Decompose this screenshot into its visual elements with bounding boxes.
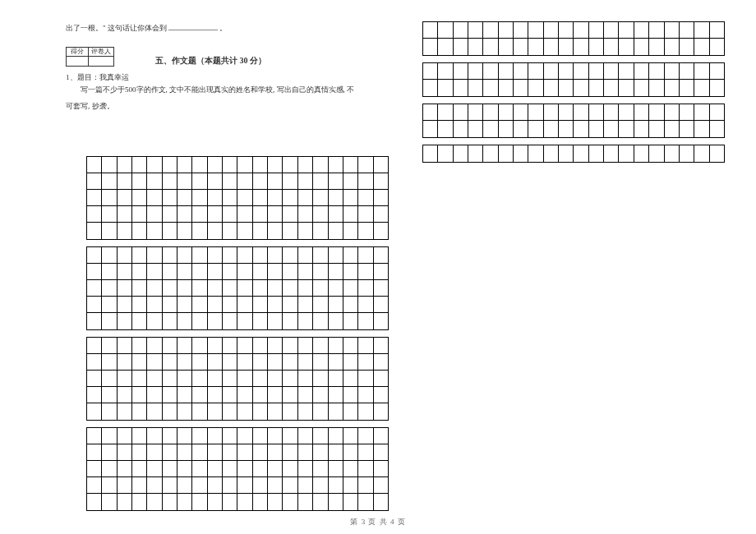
grid-cell[interactable] xyxy=(589,39,604,55)
grid-cell[interactable] xyxy=(665,145,680,162)
grid-cell[interactable] xyxy=(253,173,268,189)
grid-cell[interactable] xyxy=(118,297,132,312)
grid-cell[interactable] xyxy=(374,157,388,173)
grid-cell[interactable] xyxy=(313,494,328,510)
grid-cell[interactable] xyxy=(147,444,162,460)
grid-cell[interactable] xyxy=(559,121,574,137)
grid-cell[interactable] xyxy=(147,247,162,263)
grid-cell[interactable] xyxy=(163,403,177,420)
grid-cell[interactable] xyxy=(298,444,313,460)
grid-cell[interactable] xyxy=(298,280,313,296)
grid-cell[interactable] xyxy=(268,297,283,312)
grid-cell[interactable] xyxy=(514,63,528,79)
grid-cell[interactable] xyxy=(358,190,373,205)
grid-cell[interactable] xyxy=(163,264,177,279)
grid-cell[interactable] xyxy=(147,157,162,173)
grid-cell[interactable] xyxy=(665,63,680,79)
grid-cell[interactable] xyxy=(283,206,297,222)
grid-cell[interactable] xyxy=(132,264,147,279)
grid-cell[interactable] xyxy=(237,223,252,239)
grid-cell[interactable] xyxy=(192,206,207,222)
grid-cell[interactable] xyxy=(192,297,207,312)
grid-cell[interactable] xyxy=(87,157,102,173)
writing-grid-left-2[interactable] xyxy=(86,337,389,421)
grid-cell[interactable] xyxy=(223,280,237,296)
grid-cell[interactable] xyxy=(132,444,147,460)
grid-cell[interactable] xyxy=(192,477,207,493)
grid-cell[interactable] xyxy=(454,145,468,162)
grid-cell[interactable] xyxy=(313,403,328,420)
grid-cell[interactable] xyxy=(343,461,358,476)
grid-cell[interactable] xyxy=(147,477,162,493)
grid-cell[interactable] xyxy=(358,477,373,493)
grid-cell[interactable] xyxy=(374,223,388,239)
grid-cell[interactable] xyxy=(163,223,177,239)
grid-cell[interactable] xyxy=(649,104,664,120)
grid-cell[interactable] xyxy=(118,157,132,173)
grid-cell[interactable] xyxy=(298,157,313,173)
grid-cell[interactable] xyxy=(118,280,132,296)
grid-cell[interactable] xyxy=(438,104,453,120)
grid-cell[interactable] xyxy=(619,104,634,120)
grid-cell[interactable] xyxy=(313,313,328,329)
grid-cell[interactable] xyxy=(343,206,358,222)
grid-cell[interactable] xyxy=(118,264,132,279)
grid-cell[interactable] xyxy=(358,206,373,222)
grid-cell[interactable] xyxy=(283,371,297,386)
grid-cell[interactable] xyxy=(163,247,177,263)
grid-cell[interactable] xyxy=(438,145,453,162)
grid-cell[interactable] xyxy=(329,190,343,205)
grid-cell[interactable] xyxy=(468,63,483,79)
grid-cell[interactable] xyxy=(237,280,252,296)
grid-cell[interactable] xyxy=(147,371,162,386)
grid-cell[interactable] xyxy=(237,247,252,263)
grid-cell[interactable] xyxy=(163,428,177,444)
grid-cell[interactable] xyxy=(483,121,498,137)
grid-cell[interactable] xyxy=(132,247,147,263)
grid-cell[interactable] xyxy=(329,494,343,510)
grid-cell[interactable] xyxy=(87,223,102,239)
grid-cell[interactable] xyxy=(253,206,268,222)
grid-cell[interactable] xyxy=(343,223,358,239)
grid-cell[interactable] xyxy=(283,264,297,279)
grid-cell[interactable] xyxy=(454,121,468,137)
grid-cell[interactable] xyxy=(544,63,559,79)
grid-cell[interactable] xyxy=(132,338,147,353)
grid-cell[interactable] xyxy=(102,313,117,329)
grid-cell[interactable] xyxy=(253,223,268,239)
grid-cell[interactable] xyxy=(253,444,268,460)
grid-cell[interactable] xyxy=(102,264,117,279)
grid-cell[interactable] xyxy=(208,403,223,420)
grid-cell[interactable] xyxy=(147,206,162,222)
grid-cell[interactable] xyxy=(544,145,559,162)
grid-cell[interactable] xyxy=(87,428,102,444)
grid-cell[interactable] xyxy=(298,247,313,263)
grid-cell[interactable] xyxy=(208,297,223,312)
grid-cell[interactable] xyxy=(358,247,373,263)
grid-cell[interactable] xyxy=(499,121,514,137)
grid-cell[interactable] xyxy=(528,80,543,96)
grid-cell[interactable] xyxy=(132,206,147,222)
grid-cell[interactable] xyxy=(604,80,619,96)
grid-cell[interactable] xyxy=(223,338,237,353)
grid-cell[interactable] xyxy=(329,264,343,279)
grid-cell[interactable] xyxy=(343,371,358,386)
grid-cell[interactable] xyxy=(132,494,147,510)
grid-cell[interactable] xyxy=(374,387,388,403)
grid-cell[interactable] xyxy=(208,223,223,239)
grid-cell[interactable] xyxy=(358,157,373,173)
grid-cell[interactable] xyxy=(223,461,237,476)
grid-cell[interactable] xyxy=(343,354,358,370)
grid-cell[interactable] xyxy=(649,22,664,38)
grid-cell[interactable] xyxy=(710,104,724,120)
grid-cell[interactable] xyxy=(147,428,162,444)
grid-cell[interactable] xyxy=(358,264,373,279)
grid-cell[interactable] xyxy=(528,104,543,120)
grid-cell[interactable] xyxy=(163,157,177,173)
grid-cell[interactable] xyxy=(87,173,102,189)
grid-cell[interactable] xyxy=(423,145,438,162)
grid-cell[interactable] xyxy=(163,313,177,329)
grid-cell[interactable] xyxy=(313,338,328,353)
grid-cell[interactable] xyxy=(118,313,132,329)
grid-cell[interactable] xyxy=(358,313,373,329)
